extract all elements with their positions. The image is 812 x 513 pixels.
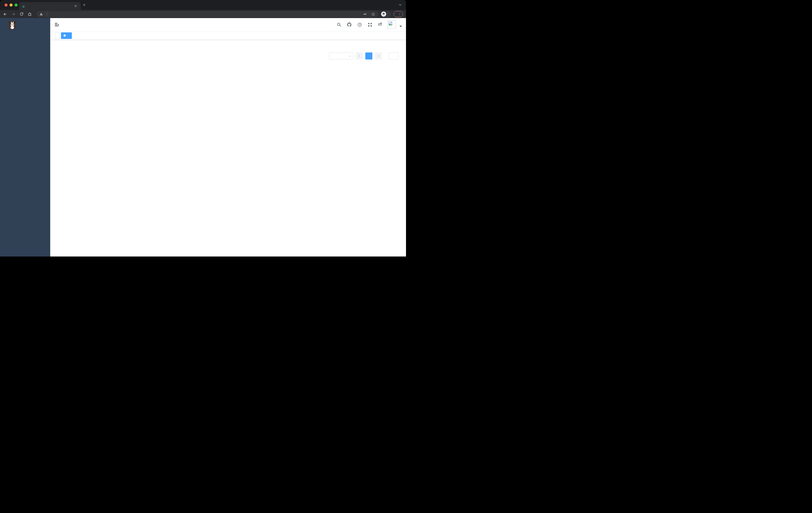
prev-page-button[interactable] bbox=[356, 53, 363, 59]
tag-process-definition[interactable] bbox=[61, 32, 72, 39]
browser-tab[interactable]: ✕ bbox=[19, 2, 81, 10]
goto-page-input[interactable] bbox=[388, 53, 399, 59]
reload-icon[interactable] bbox=[20, 12, 24, 16]
browser-update-button[interactable]: ⋮ bbox=[394, 11, 403, 17]
url-divider bbox=[47, 12, 47, 16]
sidebar-logo[interactable] bbox=[0, 18, 50, 32]
help-icon[interactable] bbox=[357, 22, 362, 27]
zoom-window-button[interactable] bbox=[14, 3, 18, 6]
forward-icon[interactable] bbox=[11, 12, 16, 16]
not-secure-warning-icon[interactable] bbox=[39, 12, 43, 16]
incognito-icon bbox=[381, 11, 386, 17]
select-chevron-icon bbox=[348, 55, 351, 58]
app-navbar: тT bbox=[50, 18, 406, 31]
browser-toolbar: ⋮ bbox=[0, 10, 406, 18]
back-icon[interactable] bbox=[3, 12, 7, 16]
tag-home[interactable] bbox=[55, 32, 59, 39]
main-area: тT bbox=[50, 18, 406, 256]
logo-rabbit-image bbox=[8, 21, 16, 29]
tab-strip: ✕ + bbox=[0, 0, 406, 10]
tab-close-icon[interactable]: ✕ bbox=[73, 4, 78, 8]
avatar-dropdown-caret-icon[interactable] bbox=[400, 26, 402, 27]
traffic-lights bbox=[4, 3, 18, 6]
sidebar-collapse-icon[interactable] bbox=[54, 22, 59, 27]
new-tab-button[interactable]: + bbox=[83, 2, 86, 7]
user-avatar[interactable] bbox=[387, 20, 396, 29]
tag-active-dot bbox=[63, 34, 66, 37]
page-number-button[interactable] bbox=[365, 53, 372, 59]
tab-search-chevron-icon[interactable] bbox=[399, 3, 402, 7]
close-window-button[interactable] bbox=[4, 3, 7, 6]
sidebar bbox=[0, 18, 50, 256]
favicon-plant-icon bbox=[22, 4, 25, 8]
fullscreen-icon[interactable] bbox=[368, 22, 372, 27]
home-icon[interactable] bbox=[28, 12, 32, 16]
browser-menu-icon[interactable]: ⋮ bbox=[398, 12, 401, 16]
incognito-badge bbox=[380, 11, 391, 17]
browser-window: ✕ + bbox=[0, 0, 406, 256]
minimize-window-button[interactable] bbox=[9, 3, 12, 6]
pagination bbox=[55, 53, 401, 59]
search-icon[interactable] bbox=[337, 22, 341, 27]
password-key-icon[interactable] bbox=[363, 12, 368, 16]
page-size-select[interactable] bbox=[329, 53, 353, 59]
bookmark-star-icon[interactable] bbox=[371, 12, 375, 16]
page-content bbox=[50, 40, 406, 59]
next-page-button[interactable] bbox=[375, 53, 382, 59]
github-icon[interactable] bbox=[347, 22, 352, 27]
font-size-icon[interactable]: тT bbox=[378, 22, 382, 27]
tags-view-bar bbox=[50, 31, 406, 40]
address-bar[interactable] bbox=[36, 11, 378, 17]
